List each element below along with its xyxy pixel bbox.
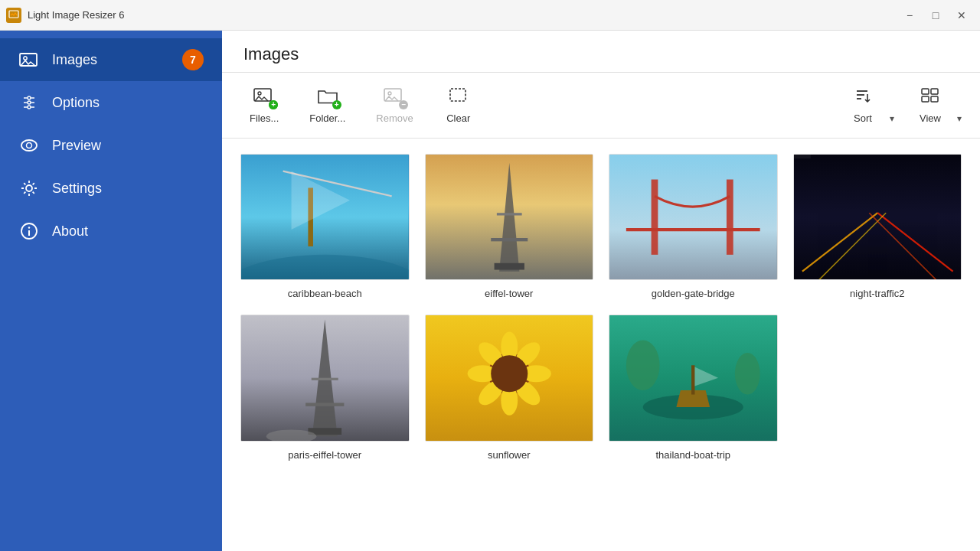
image-item-thailand-boat-trip[interactable]: thailand-boat-trip <box>609 315 778 460</box>
svg-point-21 <box>388 92 391 95</box>
sort-label: Sort <box>854 112 872 124</box>
svg-point-14 <box>26 185 32 191</box>
sidebar-item-images[interactable]: Images 7 <box>0 38 222 81</box>
image-item-paris-eiffel-tower[interactable]: paris-eiffel-tower <box>240 315 410 460</box>
image-thumb-inner-night-traffic2 <box>794 155 962 279</box>
image-thumb-sunflower <box>425 315 594 441</box>
folder-label: Folder... <box>309 112 345 124</box>
clear-button[interactable]: Clear <box>432 80 485 130</box>
title-bar-left: Light Image Resizer 6 <box>6 8 124 23</box>
svg-rect-41 <box>652 180 658 255</box>
sort-button[interactable]: Sort <box>836 80 890 130</box>
svg-point-4 <box>28 101 31 104</box>
svg-point-5 <box>28 106 31 109</box>
page-title: Images <box>243 44 299 64</box>
remove-minus-badge: − <box>399 100 408 109</box>
options-icon <box>18 92 40 113</box>
svg-rect-27 <box>931 89 938 94</box>
main-content: Images + Files... <box>222 31 980 551</box>
minimize-button[interactable]: − <box>897 5 922 26</box>
sort-dropdown-arrow[interactable]: ▾ <box>890 113 897 130</box>
svg-rect-0 <box>9 11 18 18</box>
close-button[interactable]: ✕ <box>949 5 974 26</box>
svg-rect-22 <box>450 89 466 101</box>
svg-rect-44 <box>794 155 962 279</box>
clear-icon <box>448 86 469 108</box>
image-name-eiffel-tower: eiffel-tower <box>485 288 533 299</box>
window-controls: − □ ✕ <box>897 5 974 26</box>
image-thumb-inner-paris-eiffel-tower <box>241 315 409 440</box>
sidebar-item-preview[interactable]: Preview <box>0 124 222 167</box>
main-header: Images <box>222 31 980 73</box>
app-body: Images 7 Options <box>0 31 980 551</box>
svg-rect-37 <box>494 263 524 270</box>
image-thumb-inner-golden-gate-bridge <box>609 155 777 279</box>
svg-rect-40 <box>609 155 777 279</box>
svg-point-13 <box>27 143 32 148</box>
image-thumb-golden-gate-bridge <box>609 154 778 280</box>
remove-button[interactable]: − Remove <box>364 80 425 130</box>
svg-point-12 <box>21 140 37 151</box>
svg-point-3 <box>28 96 31 99</box>
image-name-thailand-boat-trip: thailand-boat-trip <box>655 449 730 461</box>
image-name-caribbean-beach: caribbean-beach <box>288 288 362 299</box>
image-item-sunflower[interactable]: sunflower <box>425 315 594 460</box>
image-name-night-traffic2: night-traffic2 <box>850 288 904 299</box>
title-bar: Light Image Resizer 6 − □ ✕ <box>0 0 980 31</box>
svg-point-73 <box>735 353 760 395</box>
svg-point-19 <box>258 92 261 95</box>
view-group: View ▾ <box>903 80 965 130</box>
svg-rect-26 <box>922 89 929 94</box>
sidebar-item-settings[interactable]: Settings <box>0 167 222 210</box>
image-item-night-traffic2[interactable]: night-traffic2 <box>793 154 962 299</box>
sidebar-item-about[interactable]: About <box>0 210 222 253</box>
image-name-golden-gate-bridge: golden-gate-bridge <box>652 288 735 299</box>
svg-rect-28 <box>922 96 929 102</box>
preview-label: Preview <box>52 138 101 154</box>
files-icon: + <box>253 86 275 108</box>
images-label: Images <box>52 52 97 68</box>
images-icon <box>18 49 40 70</box>
svg-rect-70 <box>691 366 694 395</box>
image-thumb-inner-sunflower <box>426 315 593 440</box>
maximize-button[interactable]: □ <box>923 5 948 26</box>
app-icon <box>6 8 21 23</box>
view-button[interactable]: View <box>903 80 957 130</box>
image-thumb-caribbean-beach <box>240 154 410 280</box>
folder-button[interactable]: + Folder... <box>297 80 358 130</box>
svg-point-2 <box>24 57 27 60</box>
sort-icon <box>852 86 874 108</box>
image-grid: caribbean-beach eiffel-tower golden-gate… <box>240 154 962 461</box>
about-label: About <box>52 223 88 240</box>
svg-rect-54 <box>312 378 338 380</box>
about-icon <box>18 220 40 242</box>
image-thumb-inner-caribbean-beach <box>241 155 409 279</box>
image-item-eiffel-tower[interactable]: eiffel-tower <box>425 154 594 299</box>
image-name-paris-eiffel-tower: paris-eiffel-tower <box>288 449 361 461</box>
sidebar-item-options[interactable]: Options <box>0 81 222 124</box>
options-label: Options <box>52 95 100 111</box>
svg-point-17 <box>28 227 30 228</box>
image-thumb-inner-eiffel-tower <box>426 155 593 279</box>
svg-point-66 <box>491 356 528 393</box>
view-dropdown-arrow[interactable]: ▾ <box>957 113 965 130</box>
image-item-caribbean-beach[interactable]: caribbean-beach <box>240 154 410 299</box>
image-thumb-eiffel-tower <box>425 154 594 280</box>
settings-label: Settings <box>52 181 102 197</box>
image-name-sunflower: sunflower <box>488 449 531 461</box>
svg-rect-49 <box>794 155 811 158</box>
svg-point-72 <box>626 341 660 391</box>
folder-plus-badge: + <box>332 100 341 109</box>
image-thumb-inner-thailand-boat-trip <box>609 315 777 440</box>
svg-rect-53 <box>305 403 344 406</box>
images-badge: 7 <box>182 49 204 70</box>
app-title: Light Image Resizer 6 <box>28 9 124 21</box>
files-label: Files... <box>250 112 279 124</box>
sidebar: Images 7 Options <box>0 31 222 551</box>
files-button[interactable]: + Files... <box>237 80 291 130</box>
toolbar: + Files... + Folder... <box>222 73 980 139</box>
remove-label: Remove <box>376 112 413 124</box>
view-label: View <box>920 112 941 124</box>
image-item-golden-gate-bridge[interactable]: golden-gate-bridge <box>609 154 778 299</box>
image-thumb-thailand-boat-trip <box>609 315 778 441</box>
